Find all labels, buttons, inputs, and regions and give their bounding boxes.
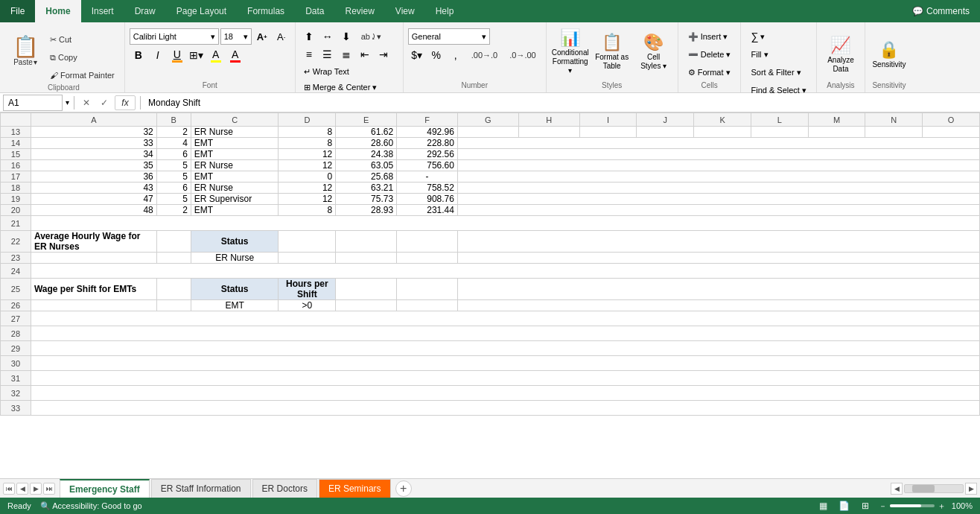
cell-A15[interactable]: 34 (31, 149, 156, 160)
paste-button[interactable]: 📋 Paste▾ (7, 28, 43, 74)
format-painter-button[interactable]: 🖌 Format Painter (45, 67, 120, 83)
cell-A22[interactable]: Average Hourly Wage for ER Nurses (31, 231, 156, 253)
merge-center-button[interactable]: ⊞ Merge & Center ▾ (300, 80, 398, 95)
cell-B15[interactable]: 6 (156, 149, 191, 160)
cell-E18[interactable]: 63.21 (336, 183, 397, 194)
cell-B18[interactable]: 6 (156, 183, 191, 194)
cell-D18[interactable]: 12 (279, 183, 336, 194)
cell-B17[interactable]: 5 (156, 171, 191, 183)
cell-D17[interactable]: 0 (279, 171, 336, 183)
insert-function-button[interactable]: fx (115, 95, 136, 110)
cell-E25[interactable] (336, 279, 397, 300)
decrease-font-button[interactable]: A- (273, 28, 290, 45)
cell-E13[interactable]: 61.62 (336, 127, 397, 138)
font-size-dropdown[interactable]: 18▾ (220, 28, 252, 45)
cell-B20[interactable]: 2 (156, 205, 191, 216)
sensitivity-button[interactable]: 🔒 Sensitivity (870, 32, 909, 78)
cell-B13[interactable]: 2 (156, 127, 191, 138)
cell-B14[interactable]: 4 (156, 138, 191, 149)
cell-F14[interactable]: 228.80 (397, 138, 458, 149)
cell-F13[interactable]: 492.96 (397, 127, 458, 138)
cell-D19[interactable]: 12 (279, 194, 336, 205)
align-bottom-button[interactable]: ⬇ (337, 28, 355, 45)
sheet-tab-er-doctors[interactable]: ER Doctors (252, 479, 317, 498)
cell-B25[interactable] (156, 279, 191, 300)
cell-F15[interactable]: 292.56 (397, 149, 458, 160)
cell-F16[interactable]: 756.60 (397, 160, 458, 171)
cell-E26[interactable] (336, 300, 397, 311)
align-middle-button[interactable]: ↔ (319, 28, 337, 45)
tab-review[interactable]: Review (334, 0, 384, 22)
cell-K13[interactable] (694, 127, 751, 138)
tab-view[interactable]: View (385, 0, 425, 22)
copy-button[interactable]: ⧉ Copy (45, 49, 120, 66)
fill-button[interactable]: Fill ▾ (745, 46, 811, 63)
zoom-slider[interactable]: － ＋ (879, 501, 946, 512)
cell-F25[interactable] (397, 279, 458, 300)
currency-button[interactable]: $▾ (408, 47, 426, 63)
cell-E23[interactable] (336, 253, 397, 264)
confirm-formula-button[interactable]: ✓ (97, 95, 112, 110)
cell-M13[interactable] (808, 127, 865, 138)
cell-F19[interactable]: 908.76 (397, 194, 458, 205)
bold-button[interactable]: B (130, 47, 147, 63)
col-header-F[interactable]: F (397, 113, 458, 127)
page-break-view-button[interactable]: ⊞ (858, 498, 873, 513)
cell-B16[interactable]: 5 (156, 160, 191, 171)
cell-C25[interactable]: Status (191, 279, 279, 300)
cell-E16[interactable]: 63.05 (336, 160, 397, 171)
cell-L13[interactable] (751, 127, 808, 138)
cell-H13[interactable] (518, 127, 579, 138)
cell-F22[interactable] (397, 231, 458, 253)
underline-button[interactable]: U (168, 47, 186, 63)
cell-D13[interactable]: 8 (279, 127, 336, 138)
col-header-L[interactable]: L (751, 113, 808, 127)
tab-file[interactable]: File (0, 0, 35, 22)
cell-C18[interactable]: ER Nurse (191, 183, 279, 194)
cell-F18[interactable]: 758.52 (397, 183, 458, 194)
cell-C20[interactable]: EMT (191, 205, 279, 216)
cell-C23[interactable]: ER Nurse (191, 253, 279, 264)
cell-N13[interactable] (865, 127, 923, 138)
wrap-text-button[interactable]: ↵ Wrap Text (300, 64, 398, 79)
cell-A19[interactable]: 47 (31, 194, 156, 205)
number-format-dropdown[interactable]: General▾ (408, 28, 490, 45)
cell-reference-box[interactable]: A1 (3, 95, 63, 111)
cell-F23[interactable] (397, 253, 458, 264)
cell-D16[interactable]: 12 (279, 160, 336, 171)
cell-C19[interactable]: ER Supervisor (191, 194, 279, 205)
cell-B26[interactable] (156, 300, 191, 311)
scrollbar-track[interactable] (904, 484, 964, 493)
cell-D22[interactable] (279, 231, 336, 253)
cell-E22[interactable] (336, 231, 397, 253)
cell-D23[interactable] (279, 253, 336, 264)
cell-B23[interactable] (156, 253, 191, 264)
cell-C14[interactable]: EMT (191, 138, 279, 149)
insert-cells-button[interactable]: ➕ Insert ▾ (683, 28, 736, 45)
sheet-nav-next[interactable]: ▶ (30, 483, 42, 495)
cell-D26[interactable]: >0 (279, 300, 336, 311)
spreadsheet-scroll[interactable]: A B C D E F G H I J K L M N O (0, 112, 980, 478)
tab-draw[interactable]: Draw (124, 0, 166, 22)
cell-E14[interactable]: 28.60 (336, 138, 397, 149)
tab-formulas[interactable]: Formulas (237, 0, 295, 22)
sheet-nav-first[interactable]: ⏮ (3, 483, 15, 495)
cell-B22[interactable] (156, 231, 191, 253)
sum-button[interactable]: ∑ ▾ (745, 28, 811, 45)
tab-help[interactable]: Help (425, 0, 465, 22)
delete-cells-button[interactable]: ➖ Delete ▾ (683, 46, 736, 63)
scroll-right-button[interactable]: ▶ (965, 483, 977, 495)
col-header-D[interactable]: D (279, 113, 336, 127)
format-as-table-button[interactable]: 📋 Format as Table (593, 28, 631, 74)
sheet-tab-emergency-staff[interactable]: Emergency Staff (60, 479, 150, 498)
cell-styles-button[interactable]: 🎨 CellStyles ▾ (634, 28, 673, 74)
tab-home[interactable]: Home (35, 0, 80, 22)
font-name-dropdown[interactable]: Calibri Light▾ (130, 28, 219, 45)
orientation-button[interactable]: ab⤸▾ (356, 28, 386, 45)
cell-J13[interactable] (637, 127, 694, 138)
analyze-data-button[interactable]: 📈 AnalyzeData (821, 32, 860, 78)
sheet-nav-prev[interactable]: ◀ (16, 483, 28, 495)
cancel-formula-button[interactable]: ✕ (79, 95, 94, 110)
cell-F26[interactable] (397, 300, 458, 311)
comma-button[interactable]: , (447, 47, 465, 63)
